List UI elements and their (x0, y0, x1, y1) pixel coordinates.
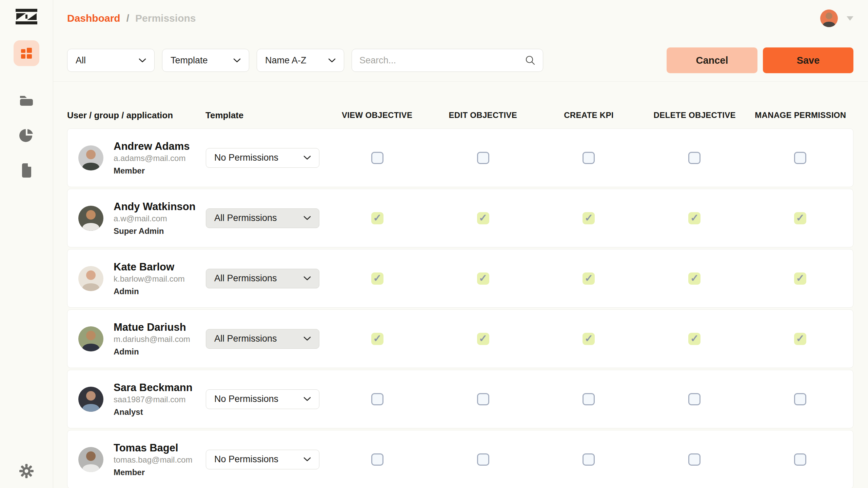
template-select-value: No Permissions (214, 394, 278, 404)
gear-icon (19, 464, 34, 479)
avatar-body (82, 344, 99, 351)
user-email: tomas.bag@mail.com (114, 455, 192, 465)
save-button[interactable]: Save (763, 47, 853, 73)
user-name: Matue Dariush (114, 321, 190, 333)
create-kpi-checkbox[interactable] (583, 453, 595, 466)
template-filter-select[interactable]: Template (162, 49, 249, 72)
view-objective-checkbox[interactable] (371, 152, 383, 164)
user-role: Admin (114, 347, 190, 357)
table-header: User / group / application Template VIEW… (67, 108, 853, 123)
user-cell: Tomas Bagel tomas.bag@mail.com Member (67, 442, 206, 477)
breadcrumb-dashboard[interactable]: Dashboard (67, 13, 120, 24)
filter-bar: All Template Name A-Z Cancel (67, 47, 853, 73)
search-input[interactable] (359, 55, 525, 66)
delete-objective-checkbox[interactable] (688, 453, 701, 466)
edit-objective-checkbox[interactable] (477, 333, 489, 345)
chevron-down-icon (303, 337, 311, 341)
template-select[interactable]: All Permissions (206, 208, 319, 228)
manage-permission-checkbox[interactable] (794, 333, 806, 345)
template-select[interactable]: No Permissions (206, 450, 319, 469)
edit-objective-checkbox[interactable] (477, 212, 489, 224)
column-header-delete-objective: DELETE OBJECTIVE (642, 110, 748, 120)
template-select[interactable]: No Permissions (206, 148, 319, 168)
delete-objective-checkbox[interactable] (688, 333, 701, 345)
column-header-user: User / group / application (67, 110, 205, 121)
view-objective-checkbox[interactable] (371, 333, 383, 345)
create-kpi-checkbox[interactable] (583, 212, 595, 224)
avatar-body (82, 163, 99, 170)
edit-objective-checkbox[interactable] (477, 393, 489, 405)
table-row: Tomas Bagel tomas.bag@mail.com Member No… (67, 430, 853, 488)
view-objective-checkbox[interactable] (371, 393, 383, 405)
account-avatar[interactable] (820, 9, 838, 27)
avatar-body (82, 283, 99, 291)
permissions-page: Dashboard / Permissions All Template (0, 0, 868, 488)
avatar (78, 206, 103, 231)
chevron-down-icon (328, 58, 336, 63)
manage-permission-checkbox[interactable] (794, 212, 806, 224)
user-email: k.barlow@mail.com (114, 274, 185, 284)
user-name: Sara Beckmann (114, 381, 193, 394)
sort-select-value: Name A-Z (265, 55, 307, 66)
user-name: Tomas Bagel (114, 442, 192, 454)
avatar-head (86, 451, 96, 461)
delete-objective-checkbox[interactable] (688, 212, 701, 224)
chevron-down-icon[interactable] (847, 16, 853, 21)
sidebar-item-analytics[interactable] (14, 123, 39, 148)
view-objective-checkbox[interactable] (371, 212, 383, 224)
column-header-template: Template (205, 110, 324, 121)
create-kpi-checkbox[interactable] (583, 272, 595, 285)
user-cell: Sara Beckmann saa1987@mail.com Analyst (67, 381, 206, 417)
user-cell: Matue Dariush m.dariush@mail.com Admin (67, 321, 206, 357)
manage-permission-checkbox[interactable] (794, 152, 806, 164)
user-email: saa1987@mail.com (114, 395, 193, 404)
delete-objective-checkbox[interactable] (688, 272, 701, 285)
sort-select[interactable]: Name A-Z (257, 49, 344, 72)
create-kpi-checkbox[interactable] (583, 333, 595, 345)
cancel-button[interactable]: Cancel (667, 47, 757, 73)
template-select[interactable]: All Permissions (206, 269, 319, 288)
edit-objective-checkbox[interactable] (477, 272, 489, 285)
user-name: Andrew Adams (114, 140, 190, 152)
category-filter-select[interactable]: All (67, 49, 155, 72)
sidebar-item-settings[interactable] (14, 458, 39, 484)
avatar (78, 447, 103, 472)
account-menu[interactable] (820, 9, 853, 27)
permissions-table: Andrew Adams a.adams@mail.com Member No … (67, 128, 853, 488)
top-bar: Dashboard / Permissions (67, 8, 853, 28)
user-cell: Andrew Adams a.adams@mail.com Member (67, 140, 206, 176)
create-kpi-checkbox[interactable] (583, 152, 595, 164)
create-kpi-checkbox[interactable] (583, 393, 595, 405)
sidebar-item-dashboard[interactable] (14, 40, 39, 66)
edit-objective-checkbox[interactable] (477, 152, 489, 164)
chevron-down-icon (303, 397, 311, 401)
delete-objective-checkbox[interactable] (688, 152, 701, 164)
delete-objective-checkbox[interactable] (688, 393, 701, 405)
sidebar-item-documents[interactable] (14, 158, 39, 183)
manage-permission-checkbox[interactable] (794, 272, 806, 285)
user-cell: Kate Barlow k.barlow@mail.com Admin (67, 261, 206, 296)
edit-objective-checkbox[interactable] (477, 453, 489, 466)
template-select[interactable]: No Permissions (206, 389, 319, 409)
breadcrumb-permissions: Permissions (135, 13, 196, 24)
manage-permission-checkbox[interactable] (794, 453, 806, 466)
chevron-down-icon (233, 58, 241, 63)
user-name: Andy Watkinson (114, 200, 196, 213)
template-select[interactable]: All Permissions (206, 329, 319, 349)
column-header-edit-objective: EDIT OBJECTIVE (430, 110, 536, 120)
view-objective-checkbox[interactable] (371, 453, 383, 466)
template-select-value: No Permissions (214, 152, 278, 163)
avatar (78, 266, 103, 291)
user-email: a.adams@mail.com (114, 154, 190, 163)
chevron-down-icon (139, 58, 146, 63)
user-role: Member (114, 468, 192, 477)
avatar-head (86, 150, 96, 159)
avatar-head (86, 270, 96, 280)
user-role: Super Admin (114, 226, 196, 236)
view-objective-checkbox[interactable] (371, 272, 383, 285)
manage-permission-checkbox[interactable] (794, 393, 806, 405)
sidebar-item-projects[interactable] (14, 87, 39, 113)
pie-chart-icon (19, 128, 34, 143)
avatar-head (86, 391, 96, 401)
avatar-head (826, 13, 832, 19)
